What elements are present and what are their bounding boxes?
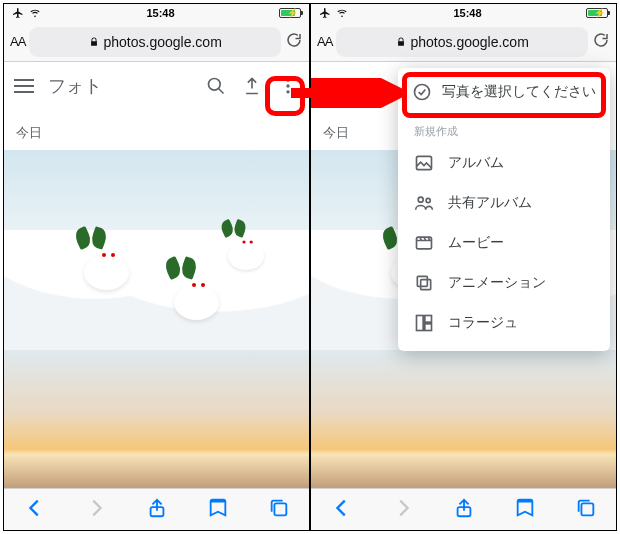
airplane-mode-icon	[12, 7, 24, 19]
menu-item-shared-album[interactable]: 共有アルバム	[398, 183, 610, 223]
text-size-button[interactable]: AA	[317, 34, 332, 49]
phone-screenshot-left: 15:48 ⚡ AA photos.google.com フォト	[3, 3, 310, 531]
back-button[interactable]	[24, 497, 46, 523]
lock-icon	[396, 36, 406, 48]
upload-icon[interactable]	[241, 75, 263, 97]
url-field[interactable]: photos.google.com	[336, 27, 588, 57]
svg-rect-5	[274, 503, 286, 515]
svg-point-9	[426, 198, 430, 202]
status-time: 15:48	[453, 7, 481, 19]
collage-icon	[414, 313, 434, 333]
menu-icon[interactable]	[14, 79, 34, 93]
svg-point-8	[418, 197, 423, 202]
shared-album-icon	[414, 193, 434, 213]
svg-rect-14	[425, 316, 432, 323]
battery-icon: ⚡	[279, 8, 301, 18]
menu-item-label: ムービー	[448, 234, 504, 252]
annotation-highlight-select-photos	[402, 72, 606, 118]
menu-item-label: アニメーション	[448, 274, 546, 292]
photo-grid: 今日	[4, 110, 309, 488]
tabs-button[interactable]	[575, 497, 597, 523]
reload-button[interactable]	[285, 31, 303, 53]
menu-section-label: 新規作成	[398, 116, 610, 143]
share-button[interactable]	[146, 497, 168, 523]
forward-button[interactable]	[392, 497, 414, 523]
album-icon	[414, 153, 434, 173]
photo-thumbnail[interactable]	[4, 350, 309, 488]
tabs-button[interactable]	[268, 497, 290, 523]
safari-toolbar	[4, 488, 309, 530]
safari-toolbar	[311, 488, 616, 530]
search-icon[interactable]	[205, 75, 227, 97]
overflow-menu: 写真を選択してください 新規作成 アルバム 共有アルバム ムービー アニメーショ…	[398, 68, 610, 351]
text-size-button[interactable]: AA	[10, 34, 25, 49]
url-field[interactable]: photos.google.com	[29, 27, 281, 57]
svg-rect-17	[581, 503, 593, 515]
status-time: 15:48	[146, 7, 174, 19]
menu-icon[interactable]	[321, 79, 341, 93]
photo-thumbnail[interactable]	[311, 350, 616, 488]
url-text: photos.google.com	[104, 34, 222, 50]
svg-rect-11	[421, 280, 431, 290]
airplane-mode-icon	[319, 7, 331, 19]
photo-thumbnail[interactable]	[4, 150, 309, 350]
battery-icon: ⚡	[586, 8, 608, 18]
menu-item-movie[interactable]: ムービー	[398, 223, 610, 263]
back-button[interactable]	[331, 497, 353, 523]
bookmarks-button[interactable]	[207, 497, 229, 523]
lock-icon	[89, 36, 99, 48]
section-header-today: 今日	[4, 110, 309, 150]
app-title: フォト	[48, 74, 191, 98]
safari-url-bar: AA photos.google.com	[311, 22, 616, 62]
movie-icon	[414, 233, 434, 253]
bookmarks-button[interactable]	[514, 497, 536, 523]
menu-item-collage[interactable]: コラージュ	[398, 303, 610, 343]
animation-icon	[414, 273, 434, 293]
wifi-icon	[28, 8, 42, 18]
menu-item-label: アルバム	[448, 154, 504, 172]
menu-item-animation[interactable]: アニメーション	[398, 263, 610, 303]
svg-rect-12	[417, 276, 427, 286]
forward-button[interactable]	[85, 497, 107, 523]
svg-point-0	[209, 79, 221, 91]
menu-item-album[interactable]: アルバム	[398, 143, 610, 183]
share-button[interactable]	[453, 497, 475, 523]
svg-rect-13	[417, 316, 424, 331]
safari-url-bar: AA photos.google.com	[4, 22, 309, 62]
status-bar: 15:48 ⚡	[4, 4, 309, 22]
annotation-highlight-more-button	[265, 76, 305, 116]
reload-button[interactable]	[592, 31, 610, 53]
app-header: フォト	[4, 62, 309, 110]
url-text: photos.google.com	[411, 34, 529, 50]
menu-item-label: 共有アルバム	[448, 194, 532, 212]
status-bar: 15:48 ⚡	[311, 4, 616, 22]
svg-rect-15	[425, 324, 432, 331]
menu-item-label: コラージュ	[448, 314, 518, 332]
phone-screenshot-right: 15:48 ⚡ AA photos.google.com 今日	[310, 3, 617, 531]
wifi-icon	[335, 8, 349, 18]
